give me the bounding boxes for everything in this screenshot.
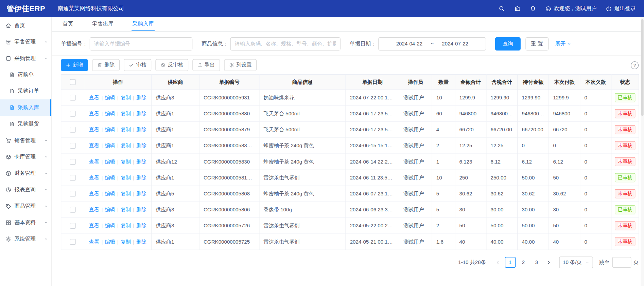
row-action-copy[interactable]: 复制 bbox=[121, 95, 131, 100]
row-action-view[interactable]: 查看 bbox=[89, 127, 99, 132]
row-action-edit[interactable]: 编辑 bbox=[105, 223, 115, 228]
row-action-delete[interactable]: 删除 bbox=[136, 239, 146, 245]
tab-home[interactable]: 首页 bbox=[62, 17, 74, 31]
row-checkbox[interactable] bbox=[70, 207, 75, 213]
row-action-view[interactable]: 查看 bbox=[89, 95, 99, 100]
jump-to-input[interactable] bbox=[612, 257, 631, 267]
row-checkbox[interactable] bbox=[70, 111, 75, 117]
search-button[interactable]: 查询 bbox=[495, 37, 521, 51]
bill-no-input[interactable] bbox=[90, 37, 193, 51]
export-button[interactable]: 导出 bbox=[192, 59, 220, 71]
row-action-delete[interactable]: 删除 bbox=[136, 127, 146, 132]
page-number-3[interactable]: 3 bbox=[531, 257, 542, 267]
row-action-edit[interactable]: 编辑 bbox=[105, 239, 115, 245]
row-action-delete[interactable]: 删除 bbox=[136, 191, 146, 196]
bell-icon[interactable] bbox=[529, 5, 536, 12]
row-action-edit[interactable]: 编辑 bbox=[105, 207, 115, 212]
row-action-copy[interactable]: 复制 bbox=[121, 111, 131, 116]
row-action-view[interactable]: 查看 bbox=[89, 191, 99, 196]
date-to[interactable]: 2024-07-22 bbox=[442, 41, 468, 47]
row-action-delete[interactable]: 删除 bbox=[136, 159, 146, 165]
row-action-edit[interactable]: 编辑 bbox=[105, 142, 115, 148]
sidebar-item-system[interactable]: 系统管理 bbox=[0, 231, 51, 247]
row-action-copy[interactable]: 复制 bbox=[121, 159, 131, 165]
row-action-edit[interactable]: 编辑 bbox=[105, 159, 115, 165]
row-action-delete[interactable]: 删除 bbox=[136, 95, 146, 100]
row-action-delete[interactable]: 删除 bbox=[136, 207, 146, 212]
row-checkbox[interactable] bbox=[70, 191, 75, 197]
page-scrollbar[interactable] bbox=[641, 17, 644, 286]
column-settings-button[interactable]: 列设置 bbox=[224, 59, 257, 71]
date-from[interactable]: 2024-04-22 bbox=[396, 41, 422, 47]
unaudit-button[interactable]: 反审核 bbox=[155, 59, 188, 71]
bank-icon[interactable] bbox=[514, 5, 521, 12]
product-info-input[interactable] bbox=[230, 37, 341, 51]
user-welcome[interactable]: 欢迎您，测试用户 bbox=[545, 5, 596, 13]
row-checkbox[interactable] bbox=[70, 175, 75, 181]
row-action-delete[interactable]: 删除 bbox=[136, 111, 146, 116]
next-page-button[interactable] bbox=[544, 257, 554, 267]
sidebar-subitem-purchase-order[interactable]: 采购订单 bbox=[0, 83, 51, 99]
row-action-copy[interactable]: 复制 bbox=[121, 175, 131, 180]
row-action-delete[interactable]: 删除 bbox=[136, 175, 146, 180]
row-action-view[interactable]: 查看 bbox=[89, 159, 99, 165]
row-action-delete[interactable]: 删除 bbox=[136, 142, 146, 148]
row-action-delete[interactable]: 删除 bbox=[136, 223, 146, 228]
sidebar-item-warehouse[interactable]: 仓库管理 bbox=[0, 149, 51, 165]
sidebar-item-retail[interactable]: 零售管理 bbox=[0, 34, 51, 50]
row-action-copy[interactable]: 复制 bbox=[121, 223, 131, 228]
sidebar-item-sales[interactable]: 销售管理 bbox=[0, 132, 51, 149]
page-number-1[interactable]: 1 bbox=[505, 257, 515, 267]
row-action-edit[interactable]: 编辑 bbox=[105, 95, 115, 100]
select-all-checkbox[interactable] bbox=[70, 79, 75, 85]
expand-filters-link[interactable]: 展开 bbox=[555, 40, 571, 48]
row-action-copy[interactable]: 复制 bbox=[121, 142, 131, 148]
row-action-copy[interactable]: 复制 bbox=[121, 239, 131, 245]
row-action-view[interactable]: 查看 bbox=[89, 207, 99, 212]
sidebar-item-goods[interactable]: 商品管理 bbox=[0, 198, 51, 214]
reset-button[interactable]: 重 置 bbox=[525, 37, 548, 51]
sidebar-subitem-purchase-request[interactable]: 请购单 bbox=[0, 66, 51, 83]
sidebar-item-basic-data[interactable]: 基本资料 bbox=[0, 214, 51, 231]
cell-unpaid: 50.00 bbox=[518, 170, 549, 186]
tab-retail-outbound[interactable]: 零售出库 bbox=[91, 17, 115, 31]
sidebar-item-reports[interactable]: 报表查询 bbox=[0, 182, 51, 198]
row-checkbox[interactable] bbox=[70, 223, 75, 229]
add-button[interactable]: 新增 bbox=[61, 59, 88, 71]
row-action-edit[interactable]: 编辑 bbox=[105, 175, 115, 180]
row-action-edit[interactable]: 编辑 bbox=[105, 127, 115, 132]
row-action-copy[interactable]: 复制 bbox=[121, 207, 131, 212]
sidebar-item-home[interactable]: 首页 bbox=[0, 17, 51, 34]
row-checkbox[interactable] bbox=[70, 159, 75, 165]
sidebar-subitem-purchase-return[interactable]: 采购退货 bbox=[0, 116, 51, 132]
row-action-view[interactable]: 查看 bbox=[89, 111, 99, 116]
delete-button[interactable]: 删除 bbox=[92, 59, 120, 71]
row-action-edit[interactable]: 编辑 bbox=[105, 191, 115, 196]
prev-page-button[interactable] bbox=[493, 257, 503, 267]
tab-purchase-inbound[interactable]: 采购入库 bbox=[132, 17, 155, 31]
row-checkbox[interactable] bbox=[70, 95, 75, 101]
row-checkbox[interactable] bbox=[70, 143, 75, 149]
sidebar-item-purchase[interactable]: 采购管理 bbox=[0, 50, 51, 66]
row-action-view[interactable]: 查看 bbox=[89, 142, 99, 148]
row-action-edit[interactable]: 编辑 bbox=[105, 111, 115, 116]
help-icon[interactable]: ? bbox=[631, 61, 639, 69]
sidebar-subitem-purchase-inbound[interactable]: 采购入库 bbox=[0, 99, 51, 116]
search-icon[interactable] bbox=[499, 5, 505, 12]
column-header: 商品信息 bbox=[259, 75, 346, 90]
logout-button[interactable]: 退出登录 bbox=[606, 5, 636, 13]
row-action-view[interactable]: 查看 bbox=[89, 175, 99, 180]
action-separator: | bbox=[133, 142, 134, 148]
date-range-picker[interactable]: 2024-04-22 ~ 2024-07-22 bbox=[378, 37, 486, 51]
page-number-2[interactable]: 2 bbox=[518, 257, 528, 267]
row-action-copy[interactable]: 复制 bbox=[121, 127, 131, 132]
audit-button[interactable]: 审核 bbox=[124, 59, 151, 71]
row-action-view[interactable]: 查看 bbox=[89, 223, 99, 228]
row-action-copy[interactable]: 复制 bbox=[121, 191, 131, 196]
scrollbar-thumb[interactable] bbox=[641, 19, 643, 116]
sidebar-item-finance[interactable]: 财务管理 bbox=[0, 165, 51, 181]
row-checkbox[interactable] bbox=[70, 239, 75, 245]
row-checkbox[interactable] bbox=[70, 127, 75, 133]
page-size-select[interactable]: 10 条/页 bbox=[559, 256, 593, 268]
row-action-view[interactable]: 查看 bbox=[89, 239, 99, 245]
